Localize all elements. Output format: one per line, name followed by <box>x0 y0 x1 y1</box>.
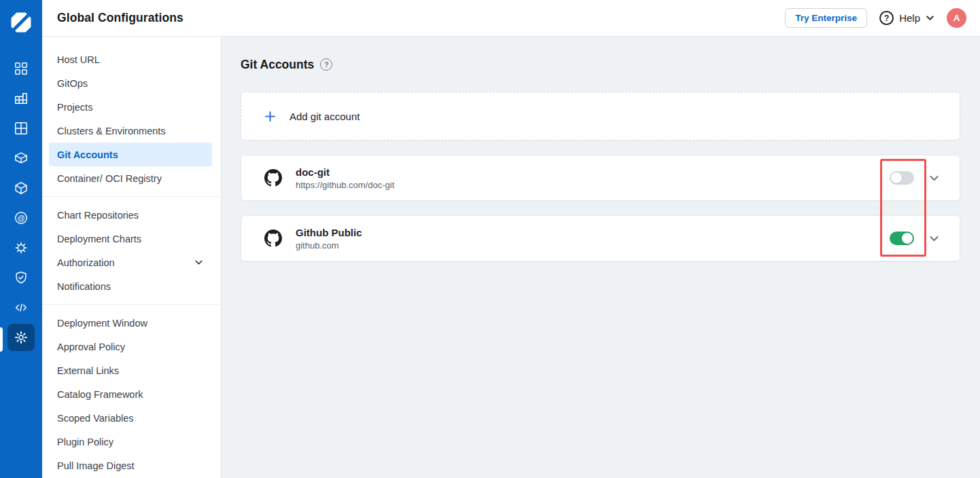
sidebar-item-clusters-environments[interactable]: Clusters & Environments <box>42 119 221 143</box>
section-title: Git Accounts <box>241 58 314 72</box>
sidebar-item-authorization[interactable]: Authorization <box>42 251 221 274</box>
enable-toggle[interactable] <box>890 232 914 245</box>
github-icon <box>264 229 282 247</box>
page-header: Global Configurations Try Enterprise ? H… <box>42 0 980 37</box>
help-question-icon: ? <box>879 11 894 25</box>
git-account-row-doc-git[interactable]: doc-git https://github.com/doc-git <box>241 155 960 201</box>
add-git-account-button[interactable]: Add git account <box>241 92 960 141</box>
active-nav-indicator <box>0 327 3 352</box>
plus-icon <box>264 111 276 122</box>
code-browser-icon[interactable] <box>7 294 35 321</box>
application-groups-icon[interactable] <box>7 115 35 142</box>
avatar[interactable]: A <box>947 8 966 28</box>
global-configurations-gear-icon[interactable] <box>7 324 35 351</box>
sidebar-item-plugin-policy[interactable]: Plugin Policy <box>42 430 221 454</box>
config-sidebar: Host URL GitOps Projects Clusters & Envi… <box>42 37 222 478</box>
chevron-down-icon <box>194 258 203 267</box>
help-label: Help <box>899 12 920 24</box>
git-accounts-panel: Git Accounts ? Add git account doc-git h… <box>222 37 980 478</box>
sidebar-item-projects[interactable]: Projects <box>42 95 221 119</box>
sidebar-divider <box>42 304 221 305</box>
sidebar-item-chart-repositories[interactable]: Chart Repositories <box>42 203 221 227</box>
jobs-icon[interactable] <box>7 85 35 112</box>
git-account-url: https://github.com/doc-git <box>296 180 394 190</box>
enable-toggle[interactable] <box>890 171 914 185</box>
chevron-down-icon[interactable] <box>929 234 939 244</box>
chevron-down-icon[interactable] <box>929 173 939 183</box>
sidebar-item-approval-policy[interactable]: Approval Policy <box>42 335 221 358</box>
devtron-logo-icon[interactable] <box>9 10 33 35</box>
security-shield-icon[interactable] <box>7 264 35 291</box>
sidebar-divider <box>42 196 221 197</box>
sidebar-item-git-accounts[interactable]: Git Accounts <box>49 143 212 166</box>
clusters-helm-wheel-icon[interactable] <box>7 234 35 261</box>
sidebar-item-pull-image-digest[interactable]: Pull Image Digest <box>42 454 221 477</box>
page-title: Global Configurations <box>57 11 183 25</box>
apps-grid-icon[interactable] <box>7 55 35 82</box>
svg-text:@: @ <box>17 214 24 222</box>
sidebar-item-gitops[interactable]: GitOps <box>42 71 221 95</box>
app-rail: @ <box>0 0 42 478</box>
packages-cube-icon[interactable] <box>7 174 35 202</box>
sidebar-item-catalog-framework[interactable]: Catalog Framework <box>42 382 221 406</box>
sidebar-item-external-links[interactable]: External Links <box>42 358 221 382</box>
git-account-name: Github Public <box>296 227 362 238</box>
sidebar-item-host-url[interactable]: Host URL <box>42 48 221 71</box>
sidebar-item-scoped-variables[interactable]: Scoped Variables <box>42 406 221 430</box>
sidebar-item-container-oci-registry[interactable]: Container/ OCI Registry <box>42 166 221 190</box>
toggle-knob <box>891 172 902 183</box>
chart-store-icon[interactable] <box>7 145 35 172</box>
git-account-row-github-public[interactable]: Github Public github.com <box>241 215 960 261</box>
help-menu[interactable]: ? Help <box>879 11 934 25</box>
git-account-url: github.com <box>296 240 362 251</box>
bulk-edit-at-icon[interactable]: @ <box>7 204 35 232</box>
toggle-knob <box>902 233 913 244</box>
github-icon <box>264 169 282 187</box>
git-account-name: doc-git <box>296 166 394 178</box>
sidebar-item-deployment-window[interactable]: Deployment Window <box>42 311 221 335</box>
section-help-icon[interactable]: ? <box>320 58 332 71</box>
sidebar-item-deployment-charts[interactable]: Deployment Charts <box>42 227 221 251</box>
add-git-account-label: Add git account <box>290 111 360 122</box>
chevron-down-icon <box>926 14 934 22</box>
sidebar-item-notifications[interactable]: Notifications <box>42 274 221 298</box>
try-enterprise-button[interactable]: Try Enterprise <box>785 8 867 28</box>
